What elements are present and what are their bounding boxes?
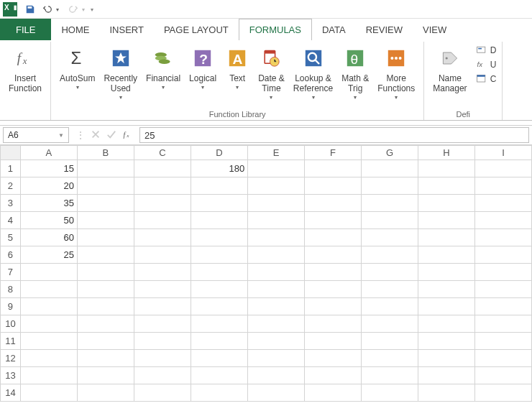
cell-I8[interactable]: [474, 281, 531, 298]
tab-formulas[interactable]: FORMULAS: [239, 19, 312, 40]
col-header-A[interactable]: A: [20, 146, 77, 160]
cell-G10[interactable]: [362, 315, 418, 333]
cell-B4[interactable]: [77, 212, 134, 229]
cell-F10[interactable]: [305, 315, 362, 333]
cell-F5[interactable]: [305, 229, 362, 246]
cell-C13[interactable]: [134, 367, 191, 384]
name-manager-button[interactable]: Name Manager: [428, 42, 471, 93]
cell-G11[interactable]: [362, 333, 418, 350]
autosum-button[interactable]: Σ AutoSum ▾: [55, 42, 99, 91]
cell-A7[interactable]: [20, 264, 77, 281]
cell-C9[interactable]: [134, 298, 191, 315]
cell-H4[interactable]: [418, 212, 475, 229]
cell-A11[interactable]: [20, 333, 77, 350]
row-header-12[interactable]: 12: [1, 350, 21, 367]
cell-E12[interactable]: [248, 350, 305, 367]
row-header-1[interactable]: 1: [1, 160, 21, 177]
cell-F14[interactable]: [305, 384, 362, 402]
cell-H14[interactable]: [418, 384, 475, 402]
cell-B6[interactable]: [77, 246, 134, 264]
cell-F8[interactable]: [305, 281, 362, 298]
name-box[interactable]: A6 ▼: [3, 127, 69, 143]
insert-function-button[interactable]: fx Insert Function: [4, 42, 46, 93]
cell-E9[interactable]: [248, 298, 305, 315]
tab-view[interactable]: VIEW: [413, 19, 457, 40]
cell-G9[interactable]: [362, 298, 418, 315]
cell-H10[interactable]: [418, 315, 475, 333]
row-header-6[interactable]: 6: [1, 246, 21, 264]
use-in-formula-button[interactable]: fx U: [476, 59, 497, 70]
cell-G2[interactable]: [362, 177, 418, 195]
col-header-D[interactable]: D: [191, 146, 247, 160]
cell-G13[interactable]: [362, 367, 418, 384]
logical-button[interactable]: ? Logical ▾: [185, 42, 221, 91]
cell-E14[interactable]: [248, 384, 305, 402]
cell-I3[interactable]: [474, 195, 531, 212]
cell-C11[interactable]: [134, 333, 191, 350]
col-header-G[interactable]: G: [362, 146, 418, 160]
cell-H1[interactable]: [418, 160, 475, 177]
undo-button[interactable]: [40, 2, 55, 17]
cell-F3[interactable]: [305, 195, 362, 212]
cell-H8[interactable]: [418, 281, 475, 298]
tab-file[interactable]: FILE: [0, 19, 51, 40]
cell-D4[interactable]: [191, 212, 247, 229]
cell-I6[interactable]: [474, 246, 531, 264]
row-header-4[interactable]: 4: [1, 212, 21, 229]
tab-data[interactable]: DATA: [312, 19, 356, 40]
cell-E6[interactable]: [248, 246, 305, 264]
cell-C5[interactable]: [134, 229, 191, 246]
cell-H9[interactable]: [418, 298, 475, 315]
define-name-button[interactable]: D: [476, 45, 497, 56]
cell-F13[interactable]: [305, 367, 362, 384]
more-functions-button[interactable]: More Functions ▾: [373, 42, 419, 101]
cell-B7[interactable]: [77, 264, 134, 281]
qat-customize[interactable]: ▾: [91, 6, 93, 13]
col-header-E[interactable]: E: [248, 146, 305, 160]
cell-H2[interactable]: [418, 177, 475, 195]
cell-C4[interactable]: [134, 212, 191, 229]
cell-A3[interactable]: 35: [20, 195, 77, 212]
cell-B5[interactable]: [77, 229, 134, 246]
cell-H7[interactable]: [418, 264, 475, 281]
tab-page-layout[interactable]: PAGE LAYOUT: [154, 19, 239, 40]
tab-review[interactable]: REVIEW: [356, 19, 413, 40]
cell-G1[interactable]: [362, 160, 418, 177]
cell-F7[interactable]: [305, 264, 362, 281]
recently-used-button[interactable]: Recently Used ▾: [99, 42, 142, 101]
cell-H11[interactable]: [418, 333, 475, 350]
cell-I7[interactable]: [474, 264, 531, 281]
cell-I14[interactable]: [474, 384, 531, 402]
spreadsheet-grid[interactable]: ABCDEFGHI1151802203354505606257891011121…: [0, 145, 532, 411]
cell-B1[interactable]: [77, 160, 134, 177]
cell-B10[interactable]: [77, 315, 134, 333]
cell-H3[interactable]: [418, 195, 475, 212]
cell-D14[interactable]: [191, 384, 247, 402]
create-from-selection-button[interactable]: C: [476, 73, 497, 85]
cell-C8[interactable]: [134, 281, 191, 298]
cell-A9[interactable]: [20, 298, 77, 315]
cell-F9[interactable]: [305, 298, 362, 315]
cell-B14[interactable]: [77, 384, 134, 402]
cell-C3[interactable]: [134, 195, 191, 212]
date-time-button[interactable]: Date & Time ▾: [254, 42, 289, 101]
cell-A8[interactable]: [20, 281, 77, 298]
cell-C6[interactable]: [134, 246, 191, 264]
cell-F4[interactable]: [305, 212, 362, 229]
cell-F6[interactable]: [305, 246, 362, 264]
row-header-8[interactable]: 8: [1, 281, 21, 298]
cell-I9[interactable]: [474, 298, 531, 315]
cell-A4[interactable]: 50: [20, 212, 77, 229]
col-header-B[interactable]: B: [77, 146, 134, 160]
cell-F11[interactable]: [305, 333, 362, 350]
enter-formula-button[interactable]: [106, 129, 116, 142]
cell-I1[interactable]: [474, 160, 531, 177]
cell-D9[interactable]: [191, 298, 247, 315]
cell-H13[interactable]: [418, 367, 475, 384]
cell-A14[interactable]: [20, 384, 77, 402]
save-button[interactable]: [23, 2, 37, 17]
cell-C1[interactable]: [134, 160, 191, 177]
cell-A10[interactable]: [20, 315, 77, 333]
math-trig-button[interactable]: θ Math & Trig ▾: [337, 42, 373, 101]
cell-E1[interactable]: [248, 160, 305, 177]
